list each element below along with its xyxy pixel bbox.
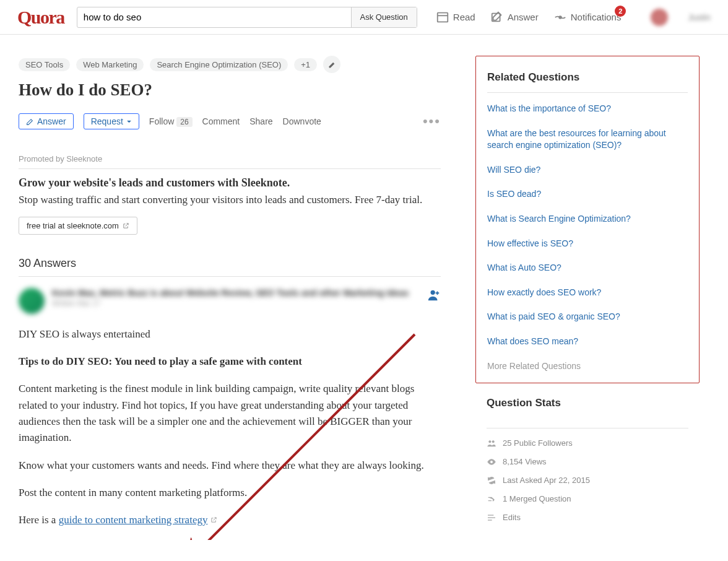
related-link[interactable]: What is Search Engine Optimization? (487, 213, 688, 225)
answer-p1: DIY SEO is always entertained (19, 326, 441, 342)
follow-count: 26 (176, 117, 192, 127)
top-nav: Quora Ask Question Read Answer Notificat… (0, 0, 728, 35)
nav-links: Read Answer Notifications 2 Justin (436, 9, 711, 26)
follow-label: Follow (149, 116, 174, 126)
svg-rect-0 (438, 12, 448, 22)
downvote-button[interactable]: Downvote (283, 116, 321, 126)
promo-title: Grow your website's leads and customers … (19, 176, 441, 189)
main-content: SEO Tools Web Marketing Search Engine Op… (19, 56, 441, 540)
content-marketing-link[interactable]: guide to content marketing strategy (59, 514, 208, 526)
answer-p6: Here is a guide to content marketing str… (19, 512, 441, 528)
answer-count: 30 Answers (19, 257, 441, 277)
users-icon (487, 438, 496, 448)
topic-pill[interactable]: Search Engine Optimization (SEO) (150, 58, 288, 71)
svg-point-4 (431, 290, 435, 294)
related-link[interactable]: What is paid SEO & organic SEO? (487, 311, 688, 323)
related-link[interactable]: How exactly does SEO work? (487, 287, 688, 299)
more-related-link[interactable]: More Related Questions (487, 361, 581, 371)
related-link[interactable]: Will SEO die? (487, 164, 688, 176)
stat-merged-text: 1 Merged Question (503, 494, 571, 503)
topic-pill[interactable]: SEO Tools (19, 58, 70, 71)
answer-author-name[interactable]: Kevin Max, Metric Buzz is about Website … (52, 288, 420, 298)
related-link[interactable]: What is Auto SEO? (487, 262, 688, 274)
topic-row: SEO Tools Web Marketing Search Engine Op… (19, 56, 441, 73)
refresh-icon (487, 476, 496, 485)
related-link[interactable]: What is the importance of SEO? (487, 103, 688, 115)
related-questions-box: Related Questions What is the importance… (475, 56, 700, 383)
promoted-label: Promoted by Sleeknote (19, 154, 441, 169)
answer-date: Written Mar 17 (52, 299, 420, 308)
promo-cta-label: free trial at sleeknote.com (27, 221, 119, 230)
stat-views: 8,154 Views (487, 457, 688, 467)
svg-point-6 (488, 440, 491, 443)
list-icon (487, 513, 496, 523)
answer-author-block: Kevin Max, Metric Buzz is about Website … (52, 288, 420, 308)
nav-answer[interactable]: Answer (490, 11, 539, 24)
search-input[interactable] (77, 7, 351, 27)
read-icon (436, 11, 449, 24)
pencil-icon (26, 118, 34, 126)
answer-p4: Know what your customers wants and needs… (19, 458, 441, 474)
comment-button[interactable]: Comment (202, 116, 240, 126)
external-link-icon (123, 222, 129, 229)
nav-read-label: Read (453, 12, 475, 22)
svg-rect-10 (488, 517, 495, 518)
nav-notifications[interactable]: Notifications 2 (553, 11, 622, 24)
question-stats: Question Stats 25 Public Followers 8,154… (475, 397, 700, 523)
bell-icon (553, 11, 567, 24)
eye-icon (487, 457, 496, 467)
answer-p2: Tips to do DIY SEO: You need to play a s… (19, 355, 302, 367)
topic-more[interactable]: +1 (294, 58, 317, 71)
answer-author-avatar[interactable] (19, 288, 45, 314)
svg-rect-9 (488, 515, 493, 515)
answer-button[interactable]: Answer (19, 113, 74, 129)
topic-edit-button[interactable] (323, 56, 340, 73)
answer-button-label: Answer (37, 116, 66, 126)
pencil-icon (328, 61, 336, 69)
promo-desc: Stop wasting traffic and start convertin… (19, 192, 441, 208)
user-name: Justin (688, 12, 711, 22)
chevron-down-icon (126, 119, 132, 124)
question-title: How do I do SEO? (19, 80, 441, 100)
stat-last-asked-text: Last Asked Apr 22, 2015 (503, 476, 590, 485)
topic-pill[interactable]: Web Marketing (76, 58, 144, 71)
stat-edits[interactable]: Edits (487, 513, 688, 523)
share-button[interactable]: Share (249, 116, 272, 126)
nav-answer-label: Answer (508, 12, 539, 22)
related-link[interactable]: Is SEO dead? (487, 188, 688, 201)
answer-header: Kevin Max, Metric Buzz is about Website … (19, 288, 441, 314)
nav-notifications-label: Notifications (571, 12, 622, 22)
answer-p3: Content marketing is the finest module i… (19, 381, 441, 446)
answer-p6-prefix: Here is a (19, 514, 59, 526)
stat-merged[interactable]: 1 Merged Question (487, 494, 688, 504)
quora-logo[interactable]: Quora (17, 7, 64, 28)
stat-last-asked: Last Asked Apr 22, 2015 (487, 476, 688, 485)
svg-point-8 (490, 461, 493, 463)
request-button[interactable]: Request (84, 113, 139, 129)
search-box: Ask Question (77, 7, 417, 28)
related-link[interactable]: What does SEO mean? (487, 336, 688, 348)
related-link[interactable]: How effective is SEO? (487, 238, 688, 250)
related-title: Related Questions (487, 71, 688, 93)
follow-user-button[interactable] (427, 288, 441, 305)
nav-read[interactable]: Read (436, 11, 475, 24)
ask-question-button[interactable]: Ask Question (351, 7, 417, 27)
user-avatar[interactable] (651, 9, 668, 26)
stat-edits-text: Edits (503, 513, 521, 522)
merge-icon (487, 494, 496, 504)
related-link[interactable]: What are the best resources for learning… (487, 128, 688, 152)
stat-views-text: 8,154 Views (503, 457, 547, 466)
stat-followers[interactable]: 25 Public Followers (487, 438, 688, 448)
follow-button[interactable]: Follow 26 (149, 116, 193, 126)
promoted-by-text: Promoted by Sleeknote (19, 154, 102, 163)
promo-cta-button[interactable]: free trial at sleeknote.com (19, 217, 137, 235)
svg-point-3 (559, 16, 561, 19)
answer-body: DIY SEO is always entertained Tips to do… (19, 326, 441, 529)
notification-badge: 2 (615, 6, 626, 17)
sidebar: Related Questions What is the importance… (475, 56, 700, 540)
stats-title: Question Stats (487, 397, 688, 418)
request-button-label: Request (91, 116, 123, 126)
user-plus-icon (427, 288, 441, 302)
edit-icon (490, 11, 504, 24)
more-menu[interactable]: ••• (423, 113, 441, 129)
